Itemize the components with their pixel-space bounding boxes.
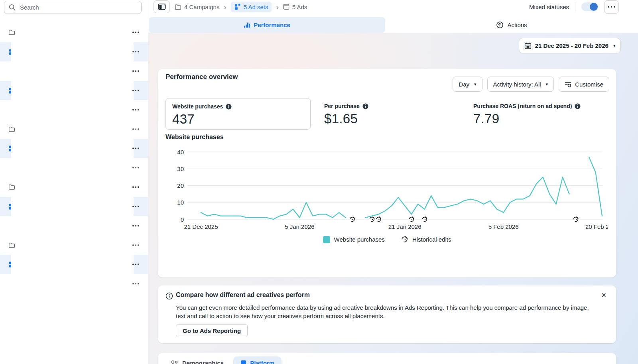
main-area: 4 Campaigns › 5 Ad sets › 5 Ads	[148, 0, 638, 364]
content-area: 21 Dec 2025 - 20 Feb 2026 ▾ Performance …	[148, 33, 638, 364]
info-icon[interactable]	[362, 103, 368, 109]
svg-text:5 Feb 2026: 5 Feb 2026	[488, 223, 519, 230]
legend-historical-edits-label: Historical edits	[412, 236, 451, 243]
collapse-sidebar-icon	[158, 3, 166, 10]
search-box[interactable]	[4, 1, 142, 14]
campaign-folder-icon	[8, 242, 15, 248]
sidebar-row-adset[interactable]	[0, 81, 148, 100]
breadcrumb-campaigns-label: 4 Campaigns	[184, 4, 219, 10]
metric-website-purchases-value: 437	[172, 112, 304, 127]
breadcrumb-ads[interactable]: 5 Ads	[283, 4, 307, 10]
entity-tree	[0, 23, 148, 293]
sidebar-row-ad[interactable]	[0, 158, 148, 178]
topbar-right: Mixed statuses	[529, 0, 619, 14]
campaign-folder-icon	[8, 126, 15, 132]
row-more-button[interactable]	[132, 49, 140, 55]
info-icon[interactable]	[575, 103, 581, 109]
row-more-button[interactable]	[132, 126, 140, 132]
sidebar-row-ad[interactable]	[0, 61, 148, 81]
ad-set-grid-icon	[234, 4, 241, 10]
metric-per-purchase-value: $1.65	[324, 111, 453, 126]
campaign-folder-icon	[8, 29, 15, 36]
row-more-button[interactable]	[132, 242, 140, 248]
row-more-button[interactable]	[132, 184, 140, 190]
breadcrumb-chevron-icon: ›	[276, 3, 278, 11]
tab-actions[interactable]: Actions	[385, 17, 638, 33]
customise-label: Customise	[575, 81, 603, 88]
row-more-button[interactable]	[132, 281, 140, 287]
row-more-button[interactable]	[132, 223, 140, 228]
metric-summary-row: Website purchases 437 Per purchase	[165, 98, 609, 131]
svg-text:30: 30	[177, 165, 184, 172]
performance-overview-title: Performance overview	[165, 73, 238, 81]
row-more-button[interactable]	[132, 107, 140, 112]
customise-button[interactable]: Customise	[559, 77, 609, 92]
topbar-more-button[interactable]	[604, 0, 619, 14]
row-more-button[interactable]	[132, 146, 140, 151]
sidebar-row-adset[interactable]	[0, 42, 148, 62]
sidebar-row-ad[interactable]	[0, 274, 148, 294]
row-more-button[interactable]	[132, 165, 140, 171]
sidebar-row-campaign[interactable]	[0, 236, 148, 255]
info-icon[interactable]	[226, 104, 232, 110]
row-more-button[interactable]	[132, 88, 140, 93]
sidebar-collapse-button[interactable]	[154, 0, 170, 13]
svg-text:21 Jan 2026: 21 Jan 2026	[388, 223, 421, 230]
date-range-label: 21 Dec 2025 - 20 Feb 2026	[535, 42, 608, 49]
topbar: 4 Campaigns › 5 Ad sets › 5 Ads	[148, 0, 638, 17]
time-granularity-dropdown[interactable]: Day ▾	[453, 77, 482, 92]
date-range-button[interactable]: 21 Dec 2025 - 20 Feb 2026 ▾	[519, 38, 621, 53]
sidebar-row-adset[interactable]	[0, 255, 148, 274]
chart-title: Website purchases	[165, 134, 224, 141]
sidebar-row-campaign[interactable]	[0, 177, 148, 197]
row-more-button[interactable]	[132, 30, 140, 35]
metric-purchase-roas[interactable]: Purchase ROAS (return on ad spend) 7.79	[467, 98, 587, 131]
go-to-ads-reporting-button[interactable]: Go to Ads Reporting	[176, 324, 248, 337]
divider	[575, 2, 575, 11]
website-purchases-chart: 01020304021 Dec 20255 Jan 202621 Jan 202…	[176, 148, 608, 234]
sidebar-row-ad[interactable]	[0, 100, 148, 120]
day-dropdown-label: Day	[459, 81, 469, 88]
tab-demographics[interactable]: Demographics	[169, 356, 224, 364]
sidebar-row-adset[interactable]	[0, 197, 148, 216]
row-label-redaction	[11, 197, 134, 216]
row-more-button[interactable]	[132, 204, 140, 209]
legend-swatch	[323, 236, 330, 243]
tab-actions-label: Actions	[507, 22, 527, 28]
tab-platform[interactable]: Platform	[233, 356, 282, 364]
row-more-button[interactable]	[132, 68, 140, 74]
breadcrumb-ad-sets[interactable]: 5 Ad sets	[231, 2, 272, 12]
row-label-redaction	[11, 139, 134, 158]
campaign-folder-icon	[8, 184, 15, 191]
platform-icon	[240, 360, 246, 364]
sidebar-row-campaign[interactable]	[0, 23, 148, 42]
banner-close-icon[interactable]: ✕	[600, 291, 608, 300]
search-input[interactable]	[19, 4, 137, 11]
customise-sliders-icon	[565, 81, 571, 88]
breadcrumb: 4 Campaigns › 5 Ad sets › 5 Ads	[175, 0, 307, 14]
sidebar-row-ad[interactable]	[0, 216, 148, 236]
campaign-folder-icon	[175, 4, 181, 10]
sidebar-row-adset[interactable]	[0, 139, 148, 158]
activity-history-label: Activity history: All	[493, 81, 541, 88]
info-circle-icon	[165, 292, 173, 300]
legend-website-purchases: Website purchases	[323, 236, 385, 243]
breadcrumb-campaigns[interactable]: 4 Campaigns	[175, 4, 219, 10]
demographics-people-icon	[170, 360, 179, 364]
metric-purchase-roas-value: 7.79	[473, 111, 581, 126]
row-more-button[interactable]	[132, 262, 140, 267]
sidebar	[0, 0, 148, 364]
chart-legend: Website purchases Historical edits	[158, 236, 616, 243]
mixed-statuses-toggle[interactable]	[581, 2, 598, 11]
metric-per-purchase-label: Per purchase	[324, 103, 360, 109]
svg-text:40: 40	[177, 149, 184, 155]
row-label-redaction	[11, 81, 134, 100]
tab-performance[interactable]: Performance	[149, 17, 385, 33]
toggle-knob	[590, 3, 598, 11]
metric-per-purchase[interactable]: Per purchase $1.65	[318, 98, 460, 131]
legend-website-purchases-label: Website purchases	[334, 236, 385, 243]
sidebar-row-campaign[interactable]	[0, 120, 148, 139]
banner-body: You can get even more detailed performan…	[176, 304, 591, 320]
metric-website-purchases[interactable]: Website purchases 437	[165, 98, 311, 130]
activity-history-dropdown[interactable]: Activity history: All ▾	[487, 77, 554, 92]
